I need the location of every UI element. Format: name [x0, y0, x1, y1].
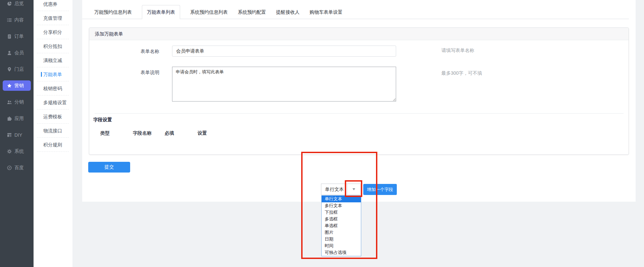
sidebar-item-stores[interactable]: 门店 — [0, 61, 34, 77]
compass-icon — [7, 165, 12, 170]
tab-cart-form-settings[interactable]: 购物车表单设置 — [310, 5, 342, 19]
add-field-button[interactable]: 增加一个字段 — [363, 184, 397, 195]
submenu-item-share-points[interactable]: 分享积分 — [37, 25, 69, 39]
field-type-select-value: 单行文本 — [321, 184, 347, 195]
column-header-settings: 设置 — [198, 130, 207, 136]
primary-sidebar-list: 总览 内容 订单 会员 门店 营销 — [0, 0, 34, 176]
field-type-dropdown: 单行文本 多行文本 下拉框 多选框 单选框 图片 日期 时间 可独占选项 — [321, 195, 361, 256]
sidebar-item-baidu[interactable]: 百度 — [0, 159, 34, 176]
sidebar-item-system[interactable]: 系统 — [0, 143, 34, 159]
dropdown-option-single-line-text[interactable]: 单行文本 — [322, 196, 361, 202]
sidebar-item-distribution[interactable]: 分销 — [0, 94, 34, 110]
sidebar-item-label: 分销 — [14, 99, 24, 105]
sidebar-item-label: 门店 — [14, 66, 24, 72]
sidebar-item-label: 应用 — [14, 116, 24, 122]
fields-section-title: 字段设置 — [93, 117, 112, 123]
tab-universal-form-list[interactable]: 万能表单列表 — [142, 5, 180, 19]
main-content: 万能预约信息列表 万能表单列表 系统预约信息列表 系统预约配置 提醒接收人 购物… — [82, 0, 636, 202]
submenu-item-freight-template[interactable]: 运费模板 — [37, 110, 69, 124]
form-desc-label: 表单说明 — [132, 70, 159, 76]
sidebar-item-overview[interactable]: 总览 — [0, 0, 34, 12]
admin-screen: 总览 内容 订单 会员 门店 营销 — [0, 0, 644, 267]
panel-title: 添加万能表单 — [89, 28, 629, 40]
people-icon — [7, 100, 12, 105]
sidebar-item-label: 会员 — [14, 50, 24, 56]
sidebar-item-members[interactable]: 会员 — [0, 45, 34, 61]
tab-system-booking-config[interactable]: 系统预约配置 — [238, 5, 266, 19]
chevron-down-icon — [353, 188, 355, 190]
sidebar-item-label: 营销 — [14, 83, 24, 89]
section-divider — [95, 113, 624, 114]
sidebar-item-label: 订单 — [14, 34, 24, 40]
dropdown-option-time[interactable]: 时间 — [322, 243, 361, 249]
tab-bar: 万能预约信息列表 万能表单列表 系统预约信息列表 系统预约配置 提醒接收人 购物… — [82, 0, 629, 19]
layout-icon — [7, 133, 12, 137]
puzzle-icon — [7, 116, 12, 121]
submenu-item-coupon[interactable]: 优惠券 — [37, 0, 69, 11]
form-name-label: 表单名称 — [132, 49, 159, 55]
tab-system-booking-list[interactable]: 系统预约信息列表 — [190, 5, 228, 19]
tab-reminder-recipient[interactable]: 提醒接收人 — [276, 5, 300, 19]
list-icon — [7, 18, 12, 22]
sidebar-item-diy[interactable]: DIY — [0, 127, 34, 143]
dropdown-option-multi-line-text[interactable]: 多行文本 — [322, 202, 361, 209]
sidebar-item-marketing[interactable]: 营销 — [3, 80, 31, 91]
dropdown-option-checkbox[interactable]: 多选框 — [322, 216, 361, 222]
field-type-select[interactable]: 单行文本 — [321, 184, 361, 195]
submenu-item-universal-form[interactable]: 万能表单 — [37, 67, 69, 81]
submenu-item-points-deduction[interactable]: 积分抵扣 — [37, 39, 69, 53]
dropdown-option-image[interactable]: 图片 — [322, 229, 361, 236]
field-type-select-arrow-button[interactable] — [347, 184, 360, 195]
form-name-input[interactable] — [172, 46, 396, 57]
sidebar-item-label: 系统 — [14, 148, 24, 154]
sidebar-item-content[interactable]: 内容 — [0, 12, 34, 28]
location-pin-icon — [7, 67, 12, 72]
sidebar-item-label: 百度 — [14, 165, 24, 171]
document-icon — [7, 34, 12, 39]
column-header-type: 类型 — [100, 130, 110, 136]
dropdown-option-exclusive-option[interactable]: 可独占选项 — [322, 249, 361, 256]
sidebar-item-orders[interactable]: 订单 — [0, 28, 34, 45]
dropdown-option-select-box[interactable]: 下拉框 — [322, 209, 361, 216]
sidebar-item-label: 总览 — [14, 1, 24, 7]
pie-chart-icon — [7, 1, 12, 6]
submit-button[interactable]: 提交 — [88, 162, 130, 173]
column-header-field-name: 字段名称 — [133, 130, 152, 136]
submenu-item-logistics-api[interactable]: 物流接口 — [37, 124, 69, 138]
tab-universal-booking-list[interactable]: 万能预约信息列表 — [94, 5, 132, 19]
form-name-hint: 请填写表单名称 — [441, 48, 474, 54]
dropdown-option-date[interactable]: 日期 — [322, 236, 361, 243]
submenu-item-full-reduction[interactable]: 满额立减 — [37, 53, 69, 67]
star-icon — [7, 83, 12, 88]
secondary-sidebar-list: 优惠券 充值管理 分享积分 积分抵扣 满额立减 万能表单 核销密码 多规格设置 … — [37, 0, 69, 152]
form-desc-hint: 最多300字，可不填 — [441, 70, 482, 76]
dropdown-option-radio[interactable]: 单选框 — [322, 222, 361, 229]
form-desc-textarea[interactable]: 申请会员时，填写此表单 — [172, 67, 396, 102]
submenu-item-verify-code[interactable]: 核销密码 — [37, 81, 69, 95]
sidebar-item-label: 内容 — [14, 17, 24, 23]
secondary-sidebar: 优惠券 充值管理 分享积分 积分抵扣 满额立减 万能表单 核销密码 多规格设置 … — [34, 0, 72, 267]
person-icon — [7, 51, 12, 55]
panel-body: 表单名称 请填写表单名称 表单说明 申请会员时，填写此表单 最多300字，可不填… — [89, 40, 629, 154]
gear-icon — [7, 149, 12, 154]
add-form-panel: 添加万能表单 表单名称 请填写表单名称 表单说明 申请会员时，填写此表单 最多3… — [89, 27, 629, 155]
submenu-item-points-rule[interactable]: 积分规则 — [37, 138, 69, 152]
submenu-item-recharge[interactable]: 充值管理 — [37, 11, 69, 25]
sidebar-item-label: DIY — [14, 132, 22, 138]
column-header-required: 必填 — [165, 130, 174, 136]
submenu-item-multi-spec[interactable]: 多规格设置 — [37, 95, 69, 110]
primary-sidebar: 总览 内容 订单 会员 门店 营销 — [0, 0, 34, 267]
sidebar-item-apps[interactable]: 应用 — [0, 110, 34, 127]
